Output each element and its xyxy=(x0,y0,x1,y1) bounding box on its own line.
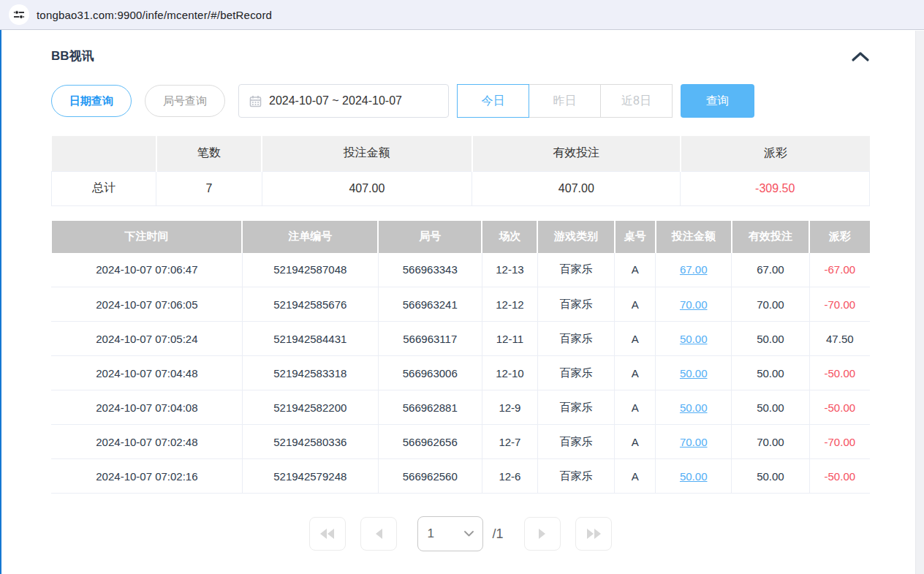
valid-bet: 50.00 xyxy=(732,322,809,356)
double-arrow-left-icon xyxy=(319,528,336,540)
search-button[interactable]: 查询 xyxy=(681,84,754,118)
session: 12-12 xyxy=(482,287,537,322)
bet-amount-link[interactable]: 50.00 xyxy=(680,401,708,414)
payout: 47.50 xyxy=(809,322,870,356)
table-no: A xyxy=(615,356,656,390)
bet-amount-link[interactable]: 50.00 xyxy=(680,367,708,379)
game-type: 百家乐 xyxy=(537,390,614,425)
table-row: 2024-10-07 07:05:24521942584431566963117… xyxy=(52,322,871,356)
bet-header-col-7: 有效投注 xyxy=(732,221,809,253)
session: 12-9 xyxy=(482,390,537,425)
table-row: 2024-10-07 07:04:08521942582200566962881… xyxy=(52,390,871,425)
summary-table: 笔数投注金额有效投注派彩 总计 7 407.00 407.00 -309.50 xyxy=(51,136,870,206)
valid-bet: 70.00 xyxy=(732,287,809,322)
session: 12-7 xyxy=(482,425,537,459)
table-row: 2024-10-07 07:02:16521942579248566962560… xyxy=(52,459,871,494)
bet-time: 2024-10-07 07:05:24 xyxy=(52,322,243,356)
bet-id: 521942587048 xyxy=(242,253,378,287)
chevron-up-icon xyxy=(851,50,870,62)
valid-bet: 50.00 xyxy=(732,356,809,390)
payout: -50.00 xyxy=(809,356,870,390)
table-row: 2024-10-07 07:04:48521942583318566963006… xyxy=(52,356,871,390)
summary-header-col-2: 投注金额 xyxy=(262,136,472,171)
bet-amount-link[interactable]: 50.00 xyxy=(680,333,708,345)
bet-record-panel: BB视讯 日期查询 局号查询 2024-10-07 ~ 2024-10-07 xyxy=(0,30,924,551)
page-select[interactable]: 1 xyxy=(417,516,483,551)
bet-time: 2024-10-07 07:02:16 xyxy=(52,459,243,494)
summary-header-col-1: 笔数 xyxy=(156,136,262,171)
last-8-days-button[interactable]: 近8日 xyxy=(600,84,673,118)
bet-time: 2024-10-07 07:06:05 xyxy=(52,287,243,322)
round-no: 566963241 xyxy=(378,287,482,322)
table-no: A xyxy=(615,253,656,287)
session: 12-6 xyxy=(482,459,537,494)
bet-amount-link[interactable]: 70.00 xyxy=(680,298,708,311)
quick-date-group: 今日 昨日 近8日 xyxy=(457,84,673,118)
double-arrow-right-icon xyxy=(586,528,602,540)
round-query-tab[interactable]: 局号查询 xyxy=(145,85,225,117)
bet-amount-link: 50.00 xyxy=(656,390,732,425)
prev-page-button[interactable] xyxy=(360,517,397,551)
game-type: 百家乐 xyxy=(537,459,614,494)
browser-address-bar: tongbao31.com:9900/infe/mcenter/#/betRec… xyxy=(0,0,924,30)
table-no: A xyxy=(615,425,656,459)
date-query-tab[interactable]: 日期查询 xyxy=(51,85,132,117)
table-row: 2024-10-07 07:06:05521942585676566963241… xyxy=(52,287,871,322)
session: 12-13 xyxy=(482,253,537,287)
table-row: 2024-10-07 07:02:48521942580336566962656… xyxy=(52,425,871,459)
payout: -70.00 xyxy=(809,287,870,322)
table-no: A xyxy=(615,459,656,494)
round-no: 566962656 xyxy=(378,425,482,459)
bet-id: 521942580336 xyxy=(242,425,378,459)
bet-amount-link[interactable]: 70.00 xyxy=(680,436,708,448)
first-page-button[interactable] xyxy=(309,517,346,551)
bet-amount-link[interactable]: 50.00 xyxy=(680,470,708,483)
table-no: A xyxy=(615,287,656,322)
summary-valid-bet: 407.00 xyxy=(472,171,681,205)
collapse-panel-button[interactable] xyxy=(851,49,870,64)
round-no: 566963117 xyxy=(378,322,482,356)
summary-total-row: 总计 7 407.00 407.00 -309.50 xyxy=(52,171,870,205)
session: 12-10 xyxy=(482,356,537,390)
bet-header-col-3: 场次 xyxy=(482,221,537,253)
bet-id: 521942585676 xyxy=(242,287,378,322)
arrow-left-icon xyxy=(374,528,383,540)
bet-time: 2024-10-07 07:04:08 xyxy=(52,390,243,425)
table-no: A xyxy=(615,322,656,356)
bet-amount-link: 50.00 xyxy=(656,459,732,494)
next-page-button[interactable] xyxy=(524,517,561,551)
bet-header-col-0: 下注时间 xyxy=(52,221,243,253)
summary-payout: -309.50 xyxy=(681,171,870,205)
payout: -50.00 xyxy=(809,390,870,425)
summary-header-row: 笔数投注金额有效投注派彩 xyxy=(52,136,870,171)
payout: -50.00 xyxy=(809,459,870,494)
calendar-icon xyxy=(249,95,262,107)
round-no: 566963343 xyxy=(378,253,482,287)
url-text[interactable]: tongbao31.com:9900/infe/mcenter/#/betRec… xyxy=(37,9,272,21)
last-page-button[interactable] xyxy=(575,517,612,551)
pagination: 1 /1 xyxy=(51,516,870,551)
session: 12-11 xyxy=(482,322,537,356)
yesterday-button[interactable]: 昨日 xyxy=(529,84,601,118)
bet-amount-link[interactable]: 67.00 xyxy=(680,263,708,276)
payout: -70.00 xyxy=(809,425,870,459)
tune-icon xyxy=(13,9,25,20)
valid-bet: 67.00 xyxy=(732,253,809,287)
bet-header-col-4: 游戏类别 xyxy=(537,221,614,253)
bet-header-col-1: 注单编号 xyxy=(242,221,378,253)
bet-id: 521942582200 xyxy=(242,390,378,425)
summary-header-col-4: 派彩 xyxy=(681,136,870,171)
bet-record-table: 下注时间注单编号局号场次游戏类别桌号投注金额有效投注派彩 2024-10-07 … xyxy=(51,221,870,494)
bet-amount-link: 50.00 xyxy=(656,322,732,356)
today-button[interactable]: 今日 xyxy=(457,84,529,118)
summary-total-label: 总计 xyxy=(52,171,156,205)
valid-bet: 50.00 xyxy=(732,390,809,425)
bet-id: 521942584431 xyxy=(242,322,378,356)
summary-bet-amount: 407.00 xyxy=(262,171,472,205)
game-type: 百家乐 xyxy=(537,322,614,356)
date-range-value: 2024-10-07 ~ 2024-10-07 xyxy=(269,94,402,107)
date-range-input[interactable]: 2024-10-07 ~ 2024-10-07 xyxy=(238,84,449,118)
game-type: 百家乐 xyxy=(537,287,614,322)
site-settings-button[interactable] xyxy=(9,4,29,25)
bet-table-header-row: 下注时间注单编号局号场次游戏类别桌号投注金额有效投注派彩 xyxy=(52,221,871,253)
